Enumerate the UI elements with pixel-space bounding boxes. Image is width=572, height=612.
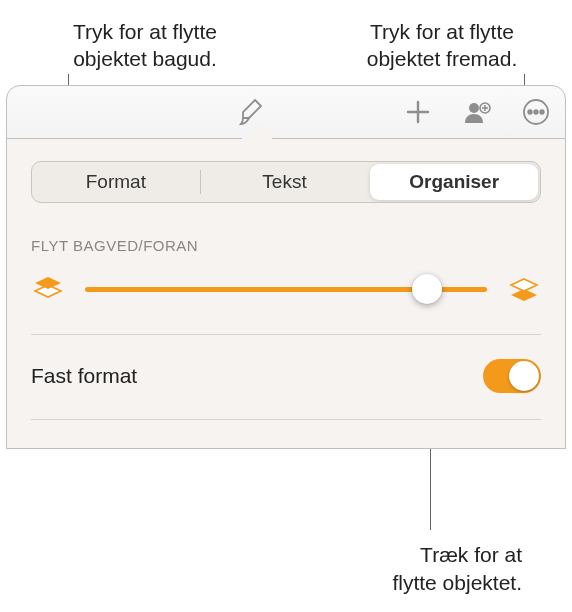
tab-organise[interactable]: Organiser <box>370 164 538 200</box>
add-icon[interactable] <box>403 97 433 127</box>
callout-text-3b: flytte objektet. <box>392 571 522 594</box>
section-header-move-back-front: FLYT BAGVED/FORAN <box>31 237 541 254</box>
callout-text-2b: objektet fremad. <box>367 47 518 70</box>
tab-label: Organiser <box>409 171 499 193</box>
move-backward-button[interactable] <box>31 275 65 303</box>
toggle-knob <box>509 361 539 391</box>
app-panel: Format Tekst Organiser FLYT BAGVED/FORAN <box>6 85 566 449</box>
fixed-format-toggle[interactable] <box>483 359 541 393</box>
format-popover: Format Tekst Organiser FLYT BAGVED/FORAN <box>6 139 566 449</box>
callout-move-forward: Tryk for at flytte objektet fremad. <box>332 18 552 73</box>
callout-text-3a: Træk for at <box>420 543 522 566</box>
divider <box>31 334 541 335</box>
callout-text-1a: Tryk for at flytte <box>73 20 217 43</box>
collaborate-icon[interactable] <box>461 96 493 128</box>
tab-label: Format <box>86 171 146 193</box>
fixed-format-row: Fast format <box>31 359 541 393</box>
format-brush-icon[interactable] <box>235 96 267 128</box>
tab-text[interactable]: Tekst <box>201 162 369 202</box>
svg-point-2 <box>469 103 479 113</box>
svg-point-9 <box>540 110 544 114</box>
toggle-label: Fast format <box>31 364 137 388</box>
layer-order-slider[interactable] <box>85 274 487 304</box>
divider <box>31 419 541 420</box>
segmented-control: Format Tekst Organiser <box>31 161 541 203</box>
svg-point-7 <box>528 110 532 114</box>
tab-label: Tekst <box>262 171 306 193</box>
layer-order-control <box>31 274 541 304</box>
callout-move-backward: Tryk for at flytte objektet bagud. <box>35 18 255 73</box>
callout-drag-slider: Træk for at flytte objektet. <box>392 541 522 596</box>
callout-text-1b: objektet bagud. <box>73 47 217 70</box>
svg-point-8 <box>534 110 538 114</box>
tab-format[interactable]: Format <box>32 162 200 202</box>
slider-thumb[interactable] <box>412 274 442 304</box>
move-forward-button[interactable] <box>507 275 541 303</box>
callout-text-2a: Tryk for at flytte <box>370 20 514 43</box>
more-icon[interactable] <box>521 97 551 127</box>
toolbar <box>6 85 566 139</box>
